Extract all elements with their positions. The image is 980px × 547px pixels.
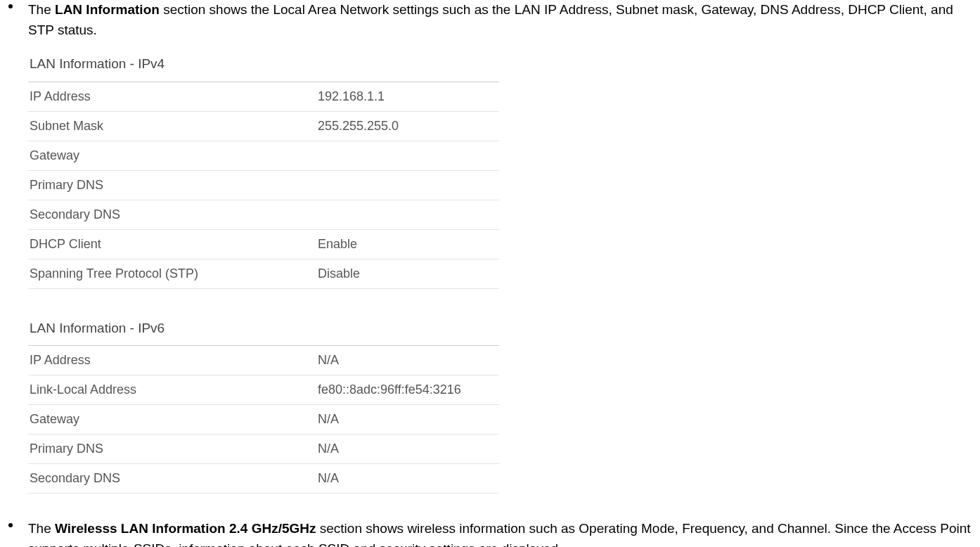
- ipv4-label: Subnet Mask: [28, 111, 316, 141]
- ipv4-label: DHCP Client: [28, 229, 316, 259]
- table-row: Gateway: [28, 141, 499, 170]
- bullet-wireless-info: The Wirelesss LAN Information 2.4 GHz/5G…: [28, 519, 973, 547]
- ipv4-value: 192.168.1.1: [316, 82, 499, 111]
- bullet1-bold: LAN Information: [55, 2, 160, 17]
- bullet-dot-icon: [8, 4, 13, 8]
- bullet1-pre: The: [28, 2, 55, 17]
- lan-ipv4-table: LAN Information - IPv4 IP Address192.168…: [28, 50, 499, 289]
- ipv4-label: Secondary DNS: [28, 200, 316, 229]
- lan-ipv6-table: LAN Information - IPv6 IP AddressN/A Lin…: [28, 314, 499, 494]
- ipv6-value: N/A: [316, 405, 499, 435]
- ipv4-label: Primary DNS: [28, 170, 316, 200]
- ipv6-value: fe80::8adc:96ff:fe54:3216: [316, 375, 499, 405]
- table-row: Spanning Tree Protocol (STP)Disable: [28, 259, 499, 288]
- ipv4-label: Gateway: [28, 141, 316, 170]
- ipv4-label: IP Address: [28, 82, 316, 111]
- bullet1-post: section shows the Local Area Network set…: [28, 2, 953, 37]
- ipv4-value: [316, 200, 499, 229]
- ipv6-label: Link-Local Address: [28, 375, 316, 405]
- table-row: Primary DNS: [28, 170, 499, 200]
- ipv6-value: N/A: [316, 435, 499, 464]
- table-row: Primary DNSN/A: [28, 435, 499, 464]
- table-row: Subnet Mask255.255.255.0: [28, 111, 499, 141]
- ipv4-value: Enable: [316, 229, 499, 259]
- table-row: GatewayN/A: [28, 405, 499, 435]
- table-row: DHCP ClientEnable: [28, 229, 499, 259]
- ipv6-heading: LAN Information - IPv6: [28, 314, 499, 346]
- ipv4-value: [316, 170, 499, 200]
- ipv4-value: [316, 141, 499, 170]
- ipv4-value: 255.255.255.0: [316, 111, 499, 141]
- ipv6-label: Gateway: [28, 405, 316, 435]
- bullet-dot-icon: [8, 523, 13, 527]
- ipv6-value: N/A: [316, 464, 499, 494]
- ipv4-heading: LAN Information - IPv4: [28, 50, 499, 82]
- tables-container: LAN Information - IPv4 IP Address192.168…: [28, 50, 973, 494]
- table-row: Link-Local Addressfe80::8adc:96ff:fe54:3…: [28, 375, 499, 405]
- bullet-lan-info: The LAN Information section shows the Lo…: [28, 0, 973, 40]
- table-row: Secondary DNSN/A: [28, 464, 499, 494]
- ipv6-label: Secondary DNS: [28, 464, 316, 494]
- table-row: IP AddressN/A: [28, 346, 499, 375]
- ipv4-label: Spanning Tree Protocol (STP): [28, 259, 316, 288]
- table-row: IP Address192.168.1.1: [28, 82, 499, 111]
- table-row: Secondary DNS: [28, 200, 499, 229]
- bullet2-bold: Wirelesss LAN Information 2.4 GHz/5GHz: [55, 521, 316, 536]
- ipv6-value: N/A: [316, 346, 499, 375]
- bullet2-pre: The: [28, 521, 55, 536]
- ipv6-label: IP Address: [28, 346, 316, 375]
- ipv4-value: Disable: [316, 259, 499, 288]
- ipv6-label: Primary DNS: [28, 435, 316, 464]
